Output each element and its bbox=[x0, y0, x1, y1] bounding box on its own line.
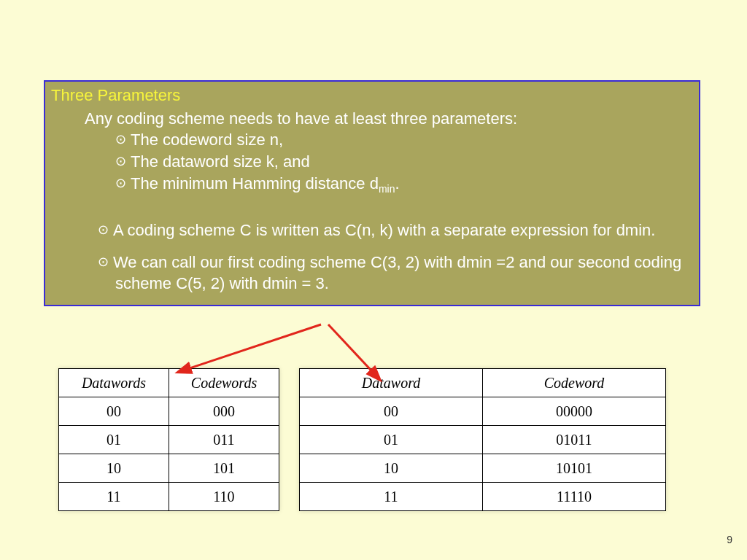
table-row: 11110 bbox=[59, 483, 279, 511]
section-heading: Three Parameters bbox=[51, 85, 693, 106]
cell-cw: 00000 bbox=[483, 397, 666, 426]
header-codeword: Codeword bbox=[483, 369, 666, 397]
example-note-text: We can call our first coding scheme C(3,… bbox=[113, 253, 681, 293]
cell-dw: 00 bbox=[300, 397, 483, 426]
example-note: ⊙We can call our first coding scheme C(3… bbox=[98, 252, 693, 295]
circle-dot-icon: ⊙ bbox=[115, 132, 126, 147]
cell-cw: 101 bbox=[169, 454, 279, 483]
table-c52: Dataword Codeword 0000000 0101011 101010… bbox=[299, 368, 666, 511]
table-row: 0000000 bbox=[300, 397, 666, 426]
param2-text: The dataword size k, and bbox=[131, 152, 310, 171]
cell-dw: 10 bbox=[300, 454, 483, 483]
table-row: 00000 bbox=[59, 397, 279, 426]
table-header-row: Datawords Codewords bbox=[59, 369, 279, 397]
intro-text: Any coding scheme needs to have at least… bbox=[85, 108, 693, 130]
table-row: 1111110 bbox=[300, 483, 666, 511]
circle-dot-icon: ⊙ bbox=[98, 254, 109, 269]
cell-dw: 11 bbox=[300, 483, 483, 511]
header-dataword: Dataword bbox=[300, 369, 483, 397]
table-header-row: Dataword Codeword bbox=[300, 369, 666, 397]
cell-cw: 11110 bbox=[483, 483, 666, 511]
param3-text-a: The minimum Hamming distance d bbox=[131, 174, 379, 192]
table-row: 1010101 bbox=[300, 454, 666, 483]
cell-dw: 10 bbox=[59, 454, 169, 483]
cell-dw: 11 bbox=[59, 483, 169, 511]
circle-dot-icon: ⊙ bbox=[115, 176, 126, 190]
cell-cw: 000 bbox=[169, 397, 279, 426]
arrow-to-c32-icon bbox=[179, 324, 321, 372]
scheme-note-text: A coding scheme C is written as C(n, k) … bbox=[113, 221, 655, 239]
circle-dot-icon: ⊙ bbox=[115, 154, 126, 168]
header-codewords: Codewords bbox=[169, 369, 279, 397]
param1-text: The codeword size n, bbox=[131, 131, 283, 149]
table-row: 0101011 bbox=[300, 426, 666, 454]
cell-dw: 01 bbox=[59, 426, 169, 454]
scheme-note: ⊙A coding scheme C is written as C(n, k)… bbox=[98, 219, 693, 241]
param3-sub: min bbox=[379, 183, 395, 195]
bullet-param1: ⊙The codeword size n, bbox=[115, 129, 693, 151]
cell-cw: 110 bbox=[169, 483, 279, 511]
cell-cw: 01011 bbox=[483, 426, 666, 454]
page-number: 9 bbox=[727, 534, 732, 545]
header-datawords: Datawords bbox=[59, 369, 169, 397]
table-row: 10101 bbox=[59, 454, 279, 483]
cell-dw: 01 bbox=[300, 426, 483, 454]
cell-cw: 10101 bbox=[483, 454, 666, 483]
bullet-param2: ⊙The dataword size k, and bbox=[115, 151, 693, 173]
circle-dot-icon: ⊙ bbox=[98, 222, 109, 237]
table-row: 01011 bbox=[59, 426, 279, 454]
bullet-param3: ⊙The minimum Hamming distance dmin. bbox=[115, 173, 693, 196]
content-box: Three Parameters Any coding scheme needs… bbox=[44, 80, 700, 306]
table-c32: Datawords Codewords 00000 01011 10101 11… bbox=[58, 368, 279, 511]
param3-text-b: . bbox=[395, 174, 399, 192]
cell-dw: 00 bbox=[59, 397, 169, 426]
cell-cw: 011 bbox=[169, 426, 279, 454]
